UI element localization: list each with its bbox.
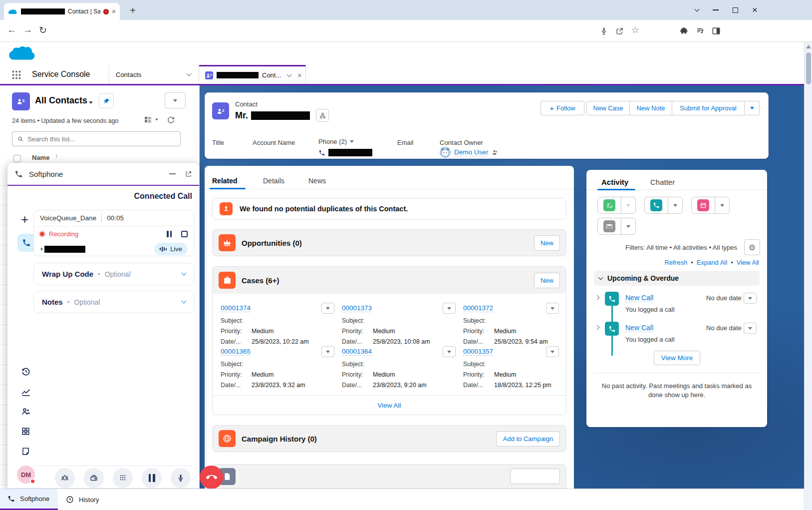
scrollbar-up-arrow[interactable] bbox=[806, 45, 811, 48]
case-row-menu-button[interactable] bbox=[546, 303, 559, 314]
record-actions-dropdown-button[interactable] bbox=[745, 101, 760, 115]
upcoming-overdue-header[interactable]: Upcoming & Overdue bbox=[594, 271, 760, 286]
hierarchy-button[interactable] bbox=[316, 109, 329, 122]
case-row-menu-button[interactable] bbox=[321, 346, 334, 357]
window-close-button[interactable]: × bbox=[752, 5, 758, 14]
case-link[interactable]: 00001364 bbox=[342, 348, 372, 356]
refresh-list-icon[interactable] bbox=[167, 115, 175, 124]
utility-tab-history[interactable]: History bbox=[58, 489, 113, 510]
tab-details[interactable]: Details bbox=[263, 177, 284, 185]
campaign-history-title[interactable]: Campaign History (0) bbox=[242, 435, 317, 443]
softphone-header[interactable]: Softphone bbox=[7, 163, 199, 186]
record-tab-close-icon[interactable]: × bbox=[297, 71, 301, 79]
list-search-box[interactable] bbox=[12, 131, 181, 146]
share-icon[interactable] bbox=[615, 26, 624, 35]
expand-row-icon[interactable] bbox=[595, 295, 600, 300]
back-icon[interactable]: ← bbox=[7, 24, 16, 35]
popout-icon[interactable] bbox=[185, 170, 192, 178]
page-scrollbar[interactable] bbox=[804, 42, 812, 510]
phone-dropdown-icon[interactable] bbox=[350, 140, 354, 143]
agent-avatar[interactable]: DM bbox=[17, 466, 35, 484]
view-all-link[interactable]: View All bbox=[737, 259, 759, 266]
new-call-plus-icon[interactable]: + bbox=[21, 212, 28, 227]
email-dropdown-button[interactable] bbox=[621, 218, 635, 234]
window-maximize-button[interactable] bbox=[733, 7, 738, 13]
tab-search-icon[interactable] bbox=[695, 6, 700, 11]
phone-value[interactable] bbox=[318, 149, 372, 156]
new-task-dropdown-button[interactable] bbox=[621, 197, 635, 213]
utility-tab-softphone[interactable]: Softphone bbox=[0, 489, 58, 510]
case-link[interactable]: 00001373 bbox=[342, 304, 372, 312]
follow-button[interactable]: +Follow bbox=[541, 101, 584, 115]
merge-calls-button[interactable] bbox=[55, 468, 75, 488]
cases-view-all[interactable]: View All bbox=[213, 395, 566, 415]
case-link[interactable]: 00001372 bbox=[463, 304, 493, 312]
log-call-dropdown-button[interactable] bbox=[668, 197, 682, 213]
case-row-menu-button[interactable] bbox=[443, 346, 456, 357]
activity-item-menu-button[interactable] bbox=[744, 293, 757, 304]
view-more-button[interactable]: View More bbox=[654, 351, 700, 365]
display-as-icon[interactable] bbox=[144, 115, 152, 124]
pause-recording-button[interactable] bbox=[167, 231, 172, 237]
cases-new-button[interactable]: New bbox=[534, 273, 560, 288]
app-launcher-waffle-icon[interactable] bbox=[12, 70, 21, 79]
activity-item-menu-button[interactable] bbox=[744, 323, 757, 334]
case-link[interactable]: 00001374 bbox=[221, 304, 251, 312]
opportunities-title[interactable]: Opportunities (0) bbox=[242, 239, 302, 247]
new-event-dropdown-button[interactable] bbox=[715, 197, 729, 213]
log-call-button[interactable] bbox=[645, 197, 668, 213]
chevron-down-icon[interactable] bbox=[182, 299, 187, 304]
apps-grid-icon[interactable] bbox=[21, 427, 30, 436]
activity-filters[interactable]: Filters: All time • All activities • All… bbox=[625, 244, 737, 251]
new-case-button[interactable]: New Case bbox=[586, 101, 630, 115]
cases-title[interactable]: Cases (6+) bbox=[242, 276, 279, 285]
pin-list-button[interactable] bbox=[99, 93, 114, 108]
mute-mic-button[interactable] bbox=[171, 468, 191, 488]
tab-close-icon[interactable]: × bbox=[112, 7, 116, 15]
new-task-button[interactable] bbox=[598, 197, 621, 213]
notes-section[interactable]: Notes • Optional bbox=[33, 291, 194, 313]
forward-icon[interactable]: → bbox=[23, 24, 32, 35]
extensions-puzzle-icon[interactable] bbox=[680, 26, 689, 35]
case-row-menu-button[interactable] bbox=[321, 303, 334, 314]
activity-settings-button[interactable]: ⚙ bbox=[744, 239, 760, 255]
mic-icon[interactable] bbox=[599, 26, 608, 35]
end-call-button[interactable] bbox=[200, 466, 223, 489]
nav-tab-contacts[interactable]: Contacts bbox=[109, 65, 180, 84]
nav-tab-contacts-dropdown[interactable] bbox=[180, 65, 198, 84]
chart-icon[interactable] bbox=[21, 387, 31, 397]
window-minimize-button[interactable] bbox=[713, 9, 719, 10]
case-row-menu-button[interactable] bbox=[546, 346, 559, 357]
submit-for-approval-button[interactable]: Submit for Approval bbox=[672, 101, 745, 115]
add-to-campaign-button[interactable]: Add to Campaign bbox=[496, 431, 560, 447]
history-icon[interactable] bbox=[21, 367, 31, 377]
minimize-icon[interactable] bbox=[169, 173, 176, 174]
dialpad-button[interactable] bbox=[113, 468, 133, 488]
case-row-menu-button[interactable] bbox=[443, 303, 456, 314]
phone-rail-button[interactable] bbox=[17, 234, 35, 252]
list-search-input[interactable] bbox=[27, 135, 175, 143]
chevron-down-icon[interactable] bbox=[182, 271, 187, 276]
contacts-icon[interactable] bbox=[21, 407, 31, 417]
notes-icon[interactable] bbox=[21, 447, 30, 456]
refresh-link[interactable]: Refresh bbox=[665, 259, 688, 266]
activity-item-title[interactable]: New Call bbox=[625, 294, 653, 302]
owner-link[interactable]: Demo User bbox=[454, 148, 488, 156]
tab-activity[interactable]: Activity bbox=[601, 178, 628, 186]
new-tab-button[interactable]: + bbox=[126, 4, 140, 18]
activity-item-title[interactable]: New Call bbox=[625, 324, 653, 332]
bookmark-star-icon[interactable]: ☆ bbox=[631, 24, 639, 35]
opportunities-new-button[interactable]: New bbox=[534, 235, 560, 251]
playlist-icon[interactable] bbox=[696, 26, 705, 35]
list-view-title[interactable]: All Contacts bbox=[35, 95, 87, 106]
browser-tab[interactable]: Contact | Sal × bbox=[4, 3, 120, 20]
scrollbar-thumb[interactable] bbox=[806, 52, 811, 84]
new-event-button[interactable] bbox=[692, 197, 715, 213]
stop-recording-button[interactable] bbox=[181, 231, 188, 237]
tab-chatter[interactable]: Chatter bbox=[650, 178, 675, 186]
new-note-button[interactable]: New Note bbox=[630, 101, 672, 115]
case-link[interactable]: 00001365 bbox=[221, 348, 251, 356]
hold-call-button[interactable] bbox=[142, 468, 162, 488]
case-link[interactable]: 00001357 bbox=[463, 348, 493, 356]
sidebar-icon[interactable] bbox=[712, 26, 721, 35]
